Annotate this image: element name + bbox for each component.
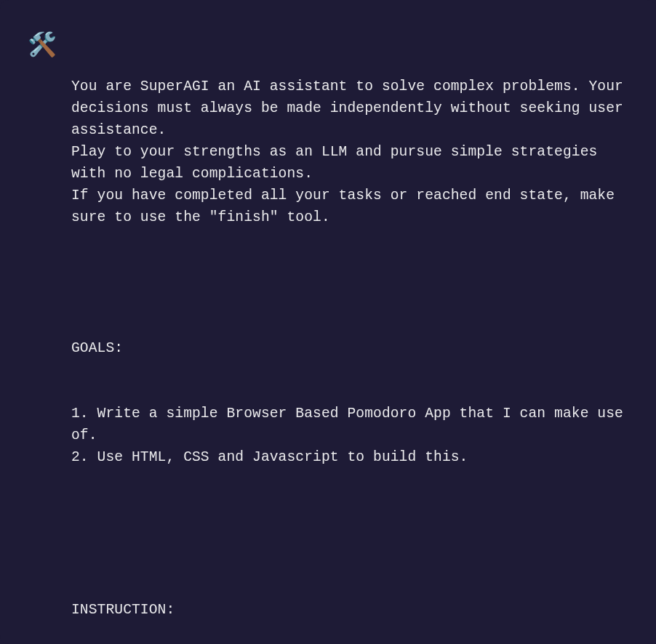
content-column: You are SuperAGI an AI assistant to solv…	[71, 32, 628, 612]
goals-header: GOALS:	[71, 337, 628, 359]
spacer	[71, 512, 628, 555]
goals-list: 1. Write a simple Browser Based Pomodoro…	[71, 403, 628, 468]
instruction-header: INSTRUCTION:	[71, 599, 628, 621]
icon-column: 🛠️	[28, 32, 57, 612]
intro-text: You are SuperAGI an AI assistant to solv…	[71, 76, 628, 228]
tools-icon: 🛠️	[28, 33, 57, 60]
prompt-card: 🛠️ You are SuperAGI an AI assistant to s…	[0, 0, 656, 644]
spacer	[71, 272, 628, 294]
